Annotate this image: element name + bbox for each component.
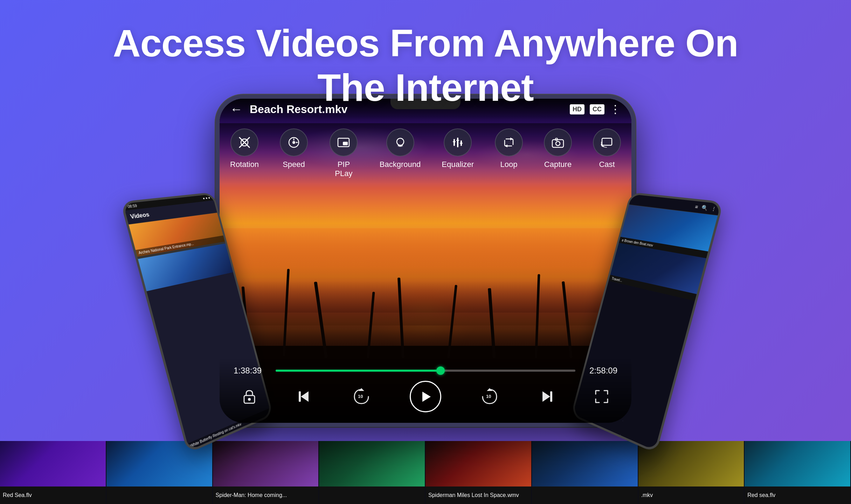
progress-thumb[interactable] <box>436 366 445 375</box>
film-title-8: Red sea.flv <box>747 492 775 498</box>
svg-marker-24 <box>301 391 309 402</box>
svg-rect-23 <box>299 391 301 402</box>
playback-controls: 10 10 <box>234 381 617 412</box>
film-item-2[interactable] <box>106 441 213 504</box>
page-title: Access Videos From Anywhere On The Inter… <box>0 21 851 110</box>
filmstrip: Red Sea.flv Spider-Man: Home coming... S… <box>0 441 851 504</box>
feature-background[interactable]: Background <box>380 128 421 178</box>
film-title-7: .mkv <box>641 492 653 498</box>
feature-equalizer[interactable]: Equalizer <box>442 128 474 178</box>
feature-loop[interactable]: Loop <box>495 128 523 178</box>
svg-point-18 <box>556 141 560 146</box>
cast-icon-circle <box>593 128 621 156</box>
svg-text:10: 10 <box>358 394 363 399</box>
background-icon-circle <box>386 128 414 156</box>
svg-point-4 <box>292 141 295 144</box>
feature-capture[interactable]: Capture <box>544 128 572 178</box>
svg-text:10: 10 <box>486 394 491 399</box>
feature-icons-row: Rotation Speed <box>220 123 631 183</box>
feature-rotation[interactable]: Rotation <box>230 128 259 178</box>
svg-point-7 <box>397 138 404 145</box>
film-thumb-5 <box>426 441 531 486</box>
svg-rect-30 <box>550 391 552 402</box>
film-item-7[interactable]: .mkv <box>638 441 745 504</box>
film-thumb-1 <box>0 441 106 486</box>
svg-rect-9 <box>454 139 455 146</box>
svg-point-22 <box>248 398 251 401</box>
main-phone: ← Beach Resort.mkv HD CC ⋮ <box>215 94 636 427</box>
rotation-label: Rotation <box>230 160 259 169</box>
film-item-3[interactable]: Spider-Man: Home coming... <box>213 441 319 504</box>
film-thumb-8 <box>745 441 850 486</box>
phone-wrapper: 08:59 ● ● ● Videos Arches National Park … <box>215 94 636 427</box>
progress-bar[interactable] <box>276 370 575 372</box>
feature-pip[interactable]: PIP PLay <box>329 128 359 178</box>
fullscreen-button[interactable] <box>593 388 610 405</box>
player-bottom: 1:38:39 2:58:09 <box>220 359 631 423</box>
film-item-8[interactable]: Red sea.flv <box>745 441 851 504</box>
rotation-icon-circle <box>230 128 258 156</box>
svg-rect-20 <box>602 138 612 145</box>
next-button[interactable] <box>538 388 555 405</box>
cast-label: Cast <box>599 160 615 169</box>
equalizer-label: Equalizer <box>442 160 474 169</box>
speed-label: Speed <box>283 160 305 169</box>
svg-marker-27 <box>422 392 431 402</box>
svg-rect-10 <box>457 138 458 147</box>
film-item-1[interactable]: Red Sea.flv <box>0 441 106 504</box>
total-time: 2:58:09 <box>582 366 617 376</box>
film-title-1: Red Sea.flv <box>3 492 32 498</box>
film-item-6[interactable] <box>532 441 638 504</box>
progress-fill <box>276 370 441 372</box>
svg-point-8 <box>397 145 403 147</box>
film-thumb-4 <box>319 441 425 486</box>
feature-cast[interactable]: Cast <box>593 128 621 178</box>
film-thumb-6 <box>532 441 638 486</box>
capture-icon-circle <box>544 128 572 156</box>
svg-marker-31 <box>542 391 550 402</box>
pip-label: PIP PLay <box>329 160 359 178</box>
pip-icon-circle <box>330 128 358 156</box>
previous-button[interactable] <box>296 388 313 405</box>
feature-speed[interactable]: Speed <box>280 128 308 178</box>
film-title-5: Spiderman Miles Lost In Space.wmv <box>428 492 519 498</box>
film-thumb-3 <box>213 441 319 486</box>
play-button[interactable] <box>410 381 441 412</box>
svg-rect-17 <box>552 140 563 147</box>
equalizer-icon-circle <box>444 128 472 156</box>
background-label: Background <box>380 160 421 169</box>
replay10-button[interactable]: 10 <box>351 386 372 407</box>
film-item-4[interactable] <box>319 441 426 504</box>
loop-label: Loop <box>500 160 518 169</box>
capture-label: Capture <box>544 160 572 169</box>
film-item-5[interactable]: Spiderman Miles Lost In Space.wmv <box>426 441 532 504</box>
lock-button[interactable] <box>241 388 258 405</box>
video-player: ← Beach Resort.mkv HD CC ⋮ <box>220 99 631 423</box>
header-section: Access Videos From Anywhere On The Inter… <box>0 0 851 110</box>
forward10-button[interactable]: 10 <box>479 386 500 407</box>
speed-icon-circle <box>280 128 308 156</box>
svg-rect-6 <box>343 142 348 145</box>
current-time: 1:38:39 <box>234 366 269 376</box>
film-title-3: Spider-Man: Home coming... <box>216 492 287 498</box>
loop-icon-circle <box>495 128 523 156</box>
progress-row: 1:38:39 2:58:09 <box>234 366 617 376</box>
